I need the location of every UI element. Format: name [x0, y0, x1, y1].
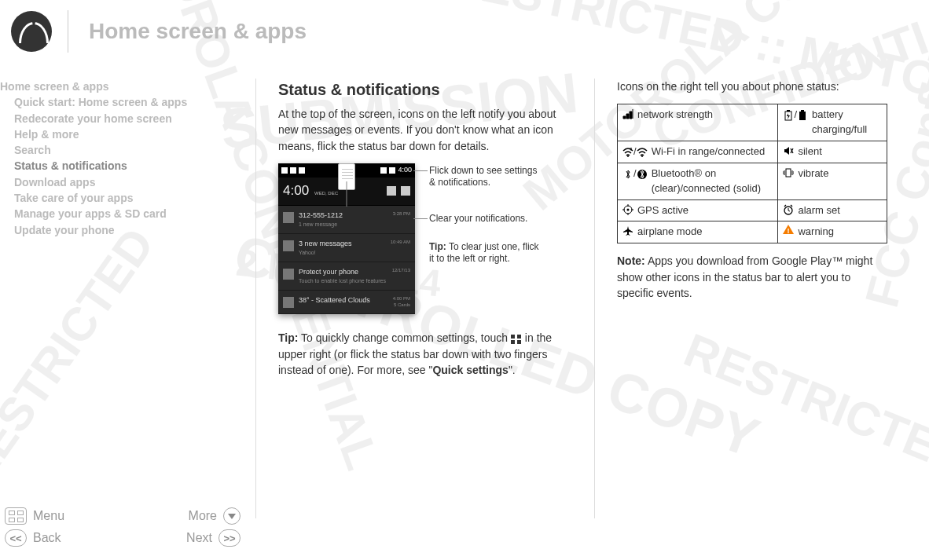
note-label: Note:	[617, 254, 645, 267]
content-column-2: Icons on the right tell you about phone …	[595, 79, 909, 518]
status-cell-label: Bluetooth® on (clear)/connected (solid)	[652, 167, 773, 196]
tip-label: Tip:	[278, 331, 298, 344]
status-cell: / Bluetooth® on (clear)/connected (solid…	[618, 163, 778, 199]
notification-app-icon	[283, 297, 294, 308]
tip-link-text: Quick settings	[432, 364, 508, 376]
nav-item[interactable]: Download apps	[0, 174, 248, 190]
tip-text: ".	[509, 364, 516, 376]
back-button[interactable]: << Back	[5, 529, 61, 547]
status-intro: Icons on the right tell you about phone …	[617, 79, 887, 94]
bt-clear-icon	[622, 169, 633, 180]
battery-icon	[389, 167, 395, 174]
notification-extra: 5 Cards	[394, 302, 410, 309]
notification-item: 38° - Scattered Clouds4:00 PM5 Cards	[278, 291, 415, 314]
more-label: More	[189, 509, 217, 523]
status-cell: silent	[778, 141, 887, 163]
notification-time: 12/17/13	[392, 267, 410, 274]
vibrate-icon	[783, 167, 794, 178]
next-label: Next	[186, 531, 212, 545]
clear-all-icon	[387, 186, 396, 196]
nav-item[interactable]: Search	[0, 142, 248, 158]
nav-item[interactable]: Update your phone	[0, 222, 248, 238]
mail-icon	[290, 167, 296, 174]
notification-item: 3 new messagesYahoo!10:49 AM	[278, 234, 415, 262]
notification-item: Protect your phoneTouch to enable lost p…	[278, 262, 415, 291]
status-cell-label: warning	[798, 225, 882, 240]
wifi-icon	[637, 147, 648, 158]
page-header: Home screen & apps	[0, 0, 929, 63]
tip-text: To quickly change common settings, touch	[298, 331, 511, 344]
nav-item[interactable]: Status & notifications	[0, 158, 248, 174]
menu-label: Menu	[33, 509, 64, 523]
panel-time: 4:00	[283, 183, 309, 198]
notification-app-icon	[283, 240, 294, 251]
status-cell-label: GPS active	[637, 203, 773, 218]
menu-button[interactable]: Menu	[5, 507, 64, 525]
menu-grid-icon	[5, 507, 27, 525]
status-cell: alarm set	[778, 199, 887, 221]
status-cell: vibrate	[778, 163, 887, 199]
status-cell: GPS active	[618, 199, 778, 221]
batt-full-icon	[797, 110, 808, 121]
status-icons-table: network strength / battery charging/full…	[617, 104, 887, 243]
sync-icon	[299, 167, 305, 174]
notification-subtitle: Yahoo!	[299, 249, 410, 257]
airplane-icon	[622, 225, 633, 236]
motorola-logo-icon	[11, 11, 52, 52]
table-row: network strength / battery charging/full	[618, 104, 887, 141]
quick-settings-icon	[401, 186, 410, 196]
signal-icon	[380, 167, 387, 174]
pull-handle-icon	[338, 163, 355, 190]
table-row: / Wi-Fi in range/connected silent	[618, 141, 887, 163]
nav-item[interactable]: Manage your apps & SD card	[0, 206, 248, 221]
annotation-clear: Clear your notifications.	[429, 213, 527, 224]
nav-item[interactable]: Take care of your apps	[0, 190, 248, 206]
content-column-1: Status & notifications At the top of the…	[256, 79, 594, 518]
statusbar-time: 4:00	[398, 165, 412, 175]
phone-illustration: 4:00 4:00 WED, DEC 312-555-12121 new mes…	[278, 163, 415, 315]
notification-app-icon	[283, 212, 294, 223]
note-body: Apps you download from Google Play™ migh…	[617, 254, 872, 299]
msg-icon	[281, 167, 288, 174]
silent-icon	[783, 145, 794, 156]
more-chevron-icon	[223, 507, 241, 525]
warning-icon	[783, 225, 794, 234]
wifi-out-icon	[622, 147, 633, 158]
nav-item[interactable]: Redecorate your home screen	[0, 111, 248, 126]
tip-body: To clear just one, flick it to the left …	[429, 241, 539, 265]
back-chevron-icon: <<	[5, 529, 27, 547]
status-cell-label: alarm set	[798, 203, 882, 218]
gps-icon	[622, 204, 633, 215]
table-row: / Bluetooth® on (clear)/connected (solid…	[618, 163, 887, 199]
status-cell-label: silent	[798, 145, 882, 159]
nav-section-heading[interactable]: Home screen & apps	[0, 79, 248, 94]
status-cell-label: battery charging/full	[812, 108, 882, 137]
nav-item[interactable]: Quick start: Home screen & apps	[0, 94, 248, 110]
table-row: GPS active alarm set	[618, 199, 887, 221]
tip-paragraph: Tip: To quickly change common settings, …	[278, 330, 572, 378]
batt-chg-icon	[783, 110, 794, 121]
annotation-flick-down: Flick down to see settings & notificatio…	[429, 165, 537, 188]
table-row: airplane mode warning	[618, 221, 887, 243]
status-cell: network strength	[618, 104, 778, 141]
page-title: Home screen & apps	[89, 19, 307, 44]
status-cell-label: network strength	[637, 108, 773, 123]
header-divider	[68, 10, 68, 53]
status-cell: airplane mode	[618, 221, 778, 243]
status-cell-label: Wi-Fi in range/connected	[652, 145, 773, 159]
next-button[interactable]: Next >>	[186, 529, 241, 547]
section-body: At the top of the screen, icons on the l…	[278, 106, 572, 154]
status-cell-label: airplane mode	[637, 225, 773, 240]
status-cell: / battery charging/full	[778, 104, 887, 141]
notification-time: 3:28 PM	[393, 210, 410, 218]
notification-item: 312-555-12121 new message3:28 PM	[278, 206, 415, 234]
nav-item[interactable]: Help & more	[0, 126, 248, 142]
section-nav: Home screen & apps Quick start: Home scr…	[0, 79, 255, 518]
notification-app-icon	[283, 269, 294, 280]
note-paragraph: Note: Apps you download from Google Play…	[617, 253, 887, 301]
panel-date: WED, DEC	[314, 191, 338, 196]
notification-subtitle: 1 new message	[299, 221, 410, 229]
status-cell: / Wi-Fi in range/connected	[618, 141, 778, 163]
more-button[interactable]: More	[189, 507, 241, 525]
footer-nav: Menu More << Back Next >>	[5, 505, 241, 549]
